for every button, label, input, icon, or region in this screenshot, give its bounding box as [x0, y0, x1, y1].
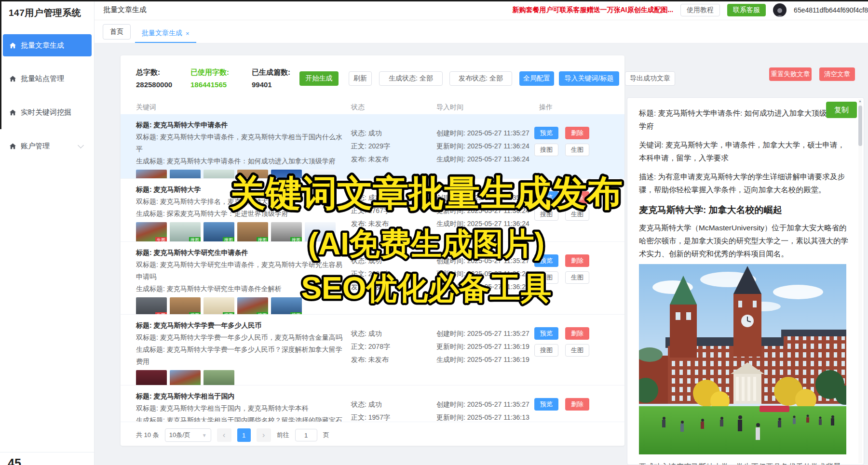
- article-thumbnail[interactable]: 生图: [136, 222, 167, 242]
- sidebar-item-site-management[interactable]: 批量站点管理: [3, 67, 92, 90]
- publish-state: 发布: 未发布: [351, 217, 436, 230]
- page-size-select[interactable]: 10条/页 ▼: [165, 428, 211, 442]
- preview-button[interactable]: 预览: [534, 327, 558, 340]
- article-thumbnail[interactable]: 搜图: [271, 170, 302, 179]
- search-image-button[interactable]: 搜图: [534, 344, 558, 357]
- import-keywords-button[interactable]: 导入关键词/标题: [559, 71, 619, 86]
- article-thumbnail[interactable]: 生图: [136, 370, 167, 385]
- thumb-badge: 搜图: [223, 237, 234, 242]
- clear-articles-button[interactable]: 清空文章: [819, 67, 855, 81]
- table-row[interactable]: 标题: 麦克马斯特大学相当于国内 双标题: 麦克马斯特大学相当于国内，麦克马斯特…: [121, 385, 624, 422]
- publish-status-select[interactable]: 发布状态: 全部: [449, 71, 512, 86]
- page-unit-label: 页: [323, 431, 329, 439]
- actions-cell: 预览 删除 搜图 生图: [534, 247, 589, 314]
- article-thumbnail[interactable]: 搜图: [203, 222, 234, 242]
- preview-button[interactable]: 预览: [534, 127, 558, 139]
- next-page-button[interactable]: ›: [257, 428, 271, 442]
- delete-button[interactable]: 删除: [565, 127, 589, 139]
- generation-status-select[interactable]: 生成状态: 全部: [379, 71, 443, 86]
- actions-cell: 预览 删除: [534, 390, 589, 422]
- article-thumbnail[interactable]: 搜图: [305, 170, 336, 179]
- table-body: 标题: 麦克马斯特大学申请条件 双标题: 麦克马斯特大学申请条件，麦克马斯特大学…: [121, 114, 624, 422]
- article-thumbnail[interactable]: 搜图: [271, 297, 302, 315]
- thumbnail-strip: 生图 搜图 搜图 搜图 搜图 搜图: [136, 170, 343, 179]
- panel-scrollbar[interactable]: [858, 99, 862, 463]
- preview-keywords: 关键词: 麦克马斯特大学，申请条件，加拿大大学，硕士申请，本科申请，留学，入学要…: [639, 138, 852, 164]
- search-image-button[interactable]: 搜图: [534, 271, 558, 284]
- article-thumbnail[interactable]: 搜图: [170, 370, 201, 385]
- publish-state: 发布: 未发布: [351, 153, 436, 166]
- main-content: 重置失败文章 清空文章 总字数: 282580000 已使用字数: 186441…: [95, 43, 868, 465]
- article-gen-title: 生成标题: 探索麦克马斯特大学：走进世界顶级学府: [136, 208, 343, 220]
- article-thumbnail[interactable]: 搜图: [170, 170, 201, 179]
- column-header-status: 状态: [351, 103, 365, 112]
- start-generate-button[interactable]: 开始生成: [299, 71, 339, 86]
- sidebar-item-account-management[interactable]: 账户管理: [3, 135, 92, 157]
- article-subtitle: 双标题: 麦克马斯特大学学费一年多少人民币，麦克马斯特含金量高吗: [136, 332, 343, 344]
- article-thumbnail[interactable]: 搜图: [271, 222, 302, 242]
- tab-article-generation[interactable]: 批量文章生成 ×: [135, 25, 196, 43]
- export-success-button[interactable]: 导出成功文章: [625, 71, 675, 86]
- thumb-badge: 生图: [155, 237, 167, 242]
- delete-button[interactable]: 删除: [565, 327, 589, 340]
- search-image-button[interactable]: 搜图: [534, 208, 558, 221]
- article-thumbnail[interactable]: 搜图: [203, 297, 234, 315]
- delete-button[interactable]: 删除: [565, 191, 589, 204]
- sidebar-item-keyword-mining[interactable]: 实时关键词挖掘: [3, 101, 92, 123]
- updated-time: 更新时间: 2025-05-27 11:36:19: [436, 340, 534, 353]
- chevron-down-icon: ▼: [202, 433, 207, 438]
- global-config-button[interactable]: 全局配置: [519, 71, 554, 86]
- article-thumbnail[interactable]: 搜图: [203, 370, 234, 385]
- contact-support-button[interactable]: 联系客服: [727, 4, 766, 16]
- refresh-button[interactable]: 刷新: [349, 71, 372, 86]
- sidebar-divider: [0, 452, 94, 452]
- article-thumbnail[interactable]: 搜图: [170, 222, 201, 242]
- generate-image-button[interactable]: 生图: [565, 208, 589, 221]
- article-gen-title: 生成标题: 麦克马斯特大学研究生申请条件全解析: [136, 283, 343, 295]
- preview-button[interactable]: 预览: [534, 254, 558, 267]
- article-thumbnail[interactable]: 搜图: [170, 297, 201, 315]
- thumb-badge: 搜图: [324, 237, 336, 242]
- search-image-button[interactable]: 搜图: [534, 144, 558, 156]
- sidebar-item-article-generation[interactable]: 批量文章生成: [3, 34, 92, 56]
- article-thumbnail[interactable]: 搜图: [237, 170, 268, 179]
- avatar[interactable]: [773, 3, 787, 17]
- generated-time: 生成时间: 2025-05-27 11:36:24: [436, 153, 534, 166]
- table-row[interactable]: 标题: 麦克马斯特大学研究生申请条件 双标题: 麦克马斯特大学研究生申请条件，麦…: [121, 242, 624, 315]
- generate-image-button[interactable]: 生图: [565, 144, 589, 156]
- promo-notice[interactable]: 新购套餐用户可联系客服赠送一万张AI原创生成配图...: [512, 6, 673, 14]
- copy-button[interactable]: 复制: [826, 102, 857, 118]
- scroll-up-icon[interactable]: ▲: [858, 99, 862, 103]
- created-time: 创建时间: 2025-05-27 11:35:27: [436, 191, 534, 204]
- article-thumbnail[interactable]: 搜图: [305, 222, 336, 242]
- status-text: 状态: 成功: [351, 327, 436, 340]
- current-page-button[interactable]: 1: [237, 428, 251, 442]
- app-root: 147用户管理系统 批量文章生成 批量站点管理 实时关键词挖掘 账户管理 45 …: [0, 0, 868, 465]
- preview-button[interactable]: 预览: [534, 191, 558, 204]
- preview-title: 标题: 麦克马斯特大学申请条件: 如何成功进入加拿大顶级学府: [639, 106, 852, 133]
- article-title: 标题: 麦克马斯特大学学费一年多少人民币: [136, 319, 343, 332]
- article-thumbnail[interactable]: 搜图: [237, 222, 268, 242]
- reset-failed-button[interactable]: 重置失败文章: [769, 67, 812, 81]
- table-row[interactable]: 标题: 麦克马斯特大学 双标题: 麦克马斯特大学排名，麦克马斯特大学怎么样 生成…: [121, 179, 624, 242]
- article-thumbnail[interactable]: 搜图: [237, 297, 268, 315]
- article-thumbnail[interactable]: 搜图: [203, 170, 234, 179]
- home-icon: [9, 75, 16, 82]
- delete-button[interactable]: 删除: [565, 254, 589, 267]
- watermark-text: 45: [8, 456, 21, 465]
- preview-button[interactable]: 预览: [534, 398, 558, 411]
- scrollbar-thumb[interactable]: [858, 106, 862, 146]
- close-icon[interactable]: ×: [186, 30, 190, 37]
- generate-image-button[interactable]: 生图: [565, 271, 589, 284]
- prev-page-button[interactable]: ‹: [217, 428, 231, 442]
- generate-image-button[interactable]: 生图: [565, 344, 589, 357]
- article-title: 标题: 麦克马斯特大学研究生申请条件: [136, 247, 343, 259]
- article-thumbnail[interactable]: 生图: [136, 297, 167, 315]
- table-row[interactable]: 标题: 麦克马斯特大学申请条件 双标题: 麦克马斯特大学申请条件，麦克马斯特大学…: [121, 114, 624, 179]
- goto-page-input[interactable]: [295, 429, 317, 441]
- tutorial-button[interactable]: 使用教程: [680, 4, 720, 16]
- article-thumbnail[interactable]: 生图: [136, 170, 167, 179]
- tab-home[interactable]: 首页: [103, 24, 131, 40]
- table-row[interactable]: 标题: 麦克马斯特大学学费一年多少人民币 双标题: 麦克马斯特大学学费一年多少人…: [121, 315, 624, 385]
- delete-button[interactable]: 删除: [565, 398, 589, 411]
